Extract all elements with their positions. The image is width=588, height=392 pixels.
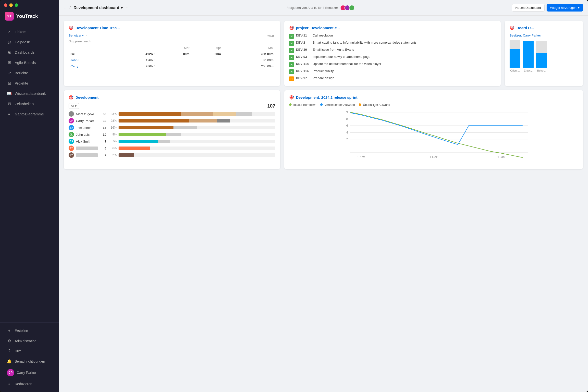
admin-icon: ⚙: [7, 338, 12, 343]
sidebar-item-dashboards[interactable]: ◉ Dashboards: [2, 47, 57, 57]
wiki-icon: 📖: [7, 91, 12, 96]
widget-icon: 🎯: [289, 95, 294, 100]
assignee-name: Tom Jones: [76, 126, 98, 130]
bar-group: Offen,...: [510, 40, 520, 72]
maximize-button[interactable]: [15, 4, 18, 7]
progress-bar: [118, 153, 276, 157]
sidebar-item-notifications[interactable]: 🔔 Benachrichtigungen: [2, 356, 57, 366]
svg-text:9: 9: [346, 110, 348, 114]
widget-title[interactable]: Development: [76, 95, 98, 100]
row-apr: [191, 64, 222, 69]
row-mai: 28h 00m: [223, 51, 275, 57]
list-item: ?? ———— 6 6%: [68, 146, 276, 151]
table-row: Ge... 412h 0... 00m 00m 28h 00m: [69, 51, 275, 57]
sidebar-item-gantt[interactable]: ≡ Gantt-Diagramme: [2, 109, 57, 119]
breadcrumb[interactable]: ...: [64, 6, 67, 10]
topbar-actions: Neues Dashboard Widget hinzufügen ▾: [512, 4, 583, 12]
new-dashboard-button[interactable]: Neues Dashboard: [512, 4, 545, 12]
progress-bar: [118, 119, 276, 122]
issue-badge: N: [289, 69, 294, 74]
sidebar-item-helpdesk[interactable]: ◎ Helpdesk: [2, 37, 57, 47]
row-name[interactable]: John I: [69, 57, 108, 63]
assignee-name: Alex Smith: [76, 140, 98, 143]
nav-next-icon: »: [86, 34, 87, 37]
add-widget-label: Widget hinzufügen: [550, 6, 576, 10]
row-mai: 8h 00m: [223, 57, 275, 63]
list-item[interactable]: N DEV-30 Email issue from Anna Evans: [289, 48, 496, 53]
widget-title[interactable]: Development: 2024.2 release sprint: [296, 95, 358, 100]
bar-segment: [118, 112, 181, 116]
close-button[interactable]: [4, 4, 7, 7]
dev-filter-button[interactable]: All ▾: [68, 103, 79, 109]
legend-item-overdue: Überfälliger Aufwand: [359, 103, 390, 106]
list-item[interactable]: H DEV-97 Prepare design: [289, 76, 496, 81]
svg-text:4: 4: [346, 131, 348, 134]
minimize-button[interactable]: [9, 4, 13, 7]
count: 10: [100, 133, 106, 136]
widget-header: 🎯 Development: 2024.2 release sprint: [289, 95, 578, 100]
list-item[interactable]: N DEV-116 Product quality: [289, 69, 496, 74]
list-item: — Nicht zugewi... 35 33%: [68, 111, 276, 116]
count: 17: [100, 126, 106, 130]
user-filter[interactable]: Benutzer ▾ »: [68, 34, 87, 37]
col-header-mai: Mai: [223, 45, 275, 51]
sidebar-item-admin[interactable]: ⚙ Administration: [2, 336, 57, 346]
breadcrumb-separator: /: [70, 6, 70, 10]
app-name: YouTrack: [16, 14, 38, 19]
more-options-icon[interactable]: ···: [126, 6, 129, 10]
bar-segment: [189, 119, 217, 122]
list-item[interactable]: N DEV-11 Call resolution: [289, 34, 496, 39]
list-item[interactable]: N DEV-93 Implement our newly created hom…: [289, 55, 496, 60]
issue-text: Implement our newly created home page: [312, 55, 370, 59]
widget-icon: 🎯: [289, 26, 294, 30]
row-apr: 00m: [191, 51, 222, 57]
user-profile[interactable]: CP Carry Parker: [2, 366, 57, 379]
legend-item-ideal: Idealer Burndown: [289, 103, 316, 106]
sidebar-item-projects[interactable]: ⊡ Projekte: [2, 78, 57, 88]
agile-icon: ⊞: [7, 60, 12, 65]
sprint-legend: Idealer Burndown Verbleibender Aufwand Ü…: [289, 103, 578, 106]
sidebar-item-create[interactable]: + Erstellen: [2, 326, 57, 336]
widget-issues: 🎯 project: Development #... N DEV-11 Cal…: [284, 20, 501, 86]
time-table: Mär Apr Mai Ge... 412h 0... 00m 00m 28h …: [68, 44, 276, 70]
sidebar-item-reduce[interactable]: « Reduzieren: [2, 379, 57, 389]
sidebar-item-wiki[interactable]: 📖 Wissensdatenbank: [2, 88, 57, 98]
sidebar-item-tickets[interactable]: ✓ Tickets: [2, 27, 57, 37]
sidebar-item-help[interactable]: ? Hilfe: [2, 346, 57, 356]
widget-title[interactable]: project: Development #...: [296, 26, 340, 30]
row-name[interactable]: Carry: [69, 64, 108, 69]
list-item: TJ Tom Jones 17 16%: [68, 125, 276, 130]
list-item[interactable]: N DEV-2 Smart-casting fails to infer nul…: [289, 41, 496, 46]
widget-title[interactable]: Board D...: [516, 26, 534, 30]
bar-label: Offen,...: [510, 69, 520, 72]
row-hours: 126h 0...: [108, 57, 160, 63]
sidebar-item-label: Administration: [15, 339, 36, 343]
add-widget-button[interactable]: Widget hinzufügen ▾: [546, 4, 583, 12]
progress-bar: [118, 126, 276, 129]
filter-label: All: [71, 104, 74, 108]
reduce-icon: «: [7, 382, 12, 386]
shared-info: Freigeben von Ana B. für 3 Benutzer: [132, 5, 508, 11]
sidebar-item-label: Gantt-Diagramme: [15, 112, 44, 116]
owner-label: Besitzer:: [510, 34, 522, 37]
svg-text:6: 6: [346, 124, 348, 128]
row-hours: 412h 0...: [108, 51, 160, 57]
helpdesk-icon: ◎: [7, 40, 12, 44]
dev-total: 107: [267, 103, 276, 109]
list-item[interactable]: N DEV-114 Update the default thumbnail f…: [289, 62, 496, 67]
owner-name[interactable]: Carry Parker: [523, 34, 541, 37]
avatar: JL: [68, 132, 74, 137]
sidebar-item-timetables[interactable]: ⊠ Zeittabellen: [2, 99, 57, 109]
percentage: 2%: [108, 153, 116, 157]
sidebar-item-label: Helpdesk: [15, 40, 30, 44]
sidebar-item-reports[interactable]: ↗ Berichte: [2, 68, 57, 78]
widget-title[interactable]: Development Time Trac...: [76, 26, 120, 30]
sidebar-item-agile[interactable]: ⊞ Agile-Boards: [2, 58, 57, 68]
dashboard-title[interactable]: Development dashboard ▾: [74, 6, 123, 10]
sidebar: YT YouTrack ✓ Tickets ◎ Helpdesk ◉ Dashb…: [0, 0, 59, 392]
progress-bar: [118, 140, 276, 143]
row-name: Ge...: [69, 51, 108, 57]
issue-id: DEV-11: [296, 34, 311, 37]
avatar: TJ: [68, 125, 74, 130]
widget-icon: 🎯: [510, 26, 514, 30]
